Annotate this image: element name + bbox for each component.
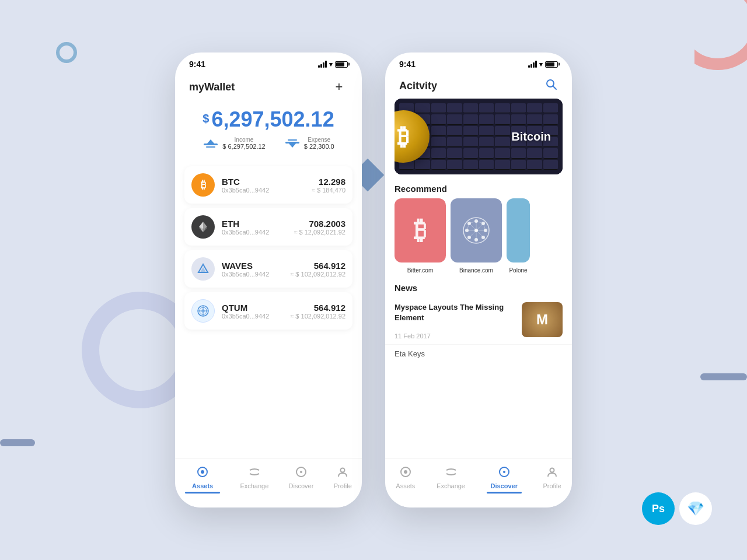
svg-marker-7 bbox=[203, 222, 207, 229]
expense-value: $ 22,300.0 bbox=[304, 143, 334, 150]
bitcoin-overlay: ₿ Bitcoin bbox=[395, 99, 563, 174]
qtum-values: 564.912 ≈ $ 102,092,012.92 bbox=[290, 303, 345, 320]
income-text: Income $ 6,297,502.12 bbox=[222, 136, 265, 150]
nav-discover-right[interactable]: Discover bbox=[482, 463, 526, 496]
svg-rect-5 bbox=[288, 139, 297, 141]
balance-number: 6,297,502.12 bbox=[211, 107, 334, 132]
income-label: Income bbox=[222, 136, 265, 143]
btc-values: 12.298 ≈ $ 184,470 bbox=[312, 177, 345, 194]
assets-icon-right bbox=[399, 466, 412, 481]
bitter-name: Bitter.com bbox=[407, 267, 433, 274]
bitcoin-banner[interactable]: ₿ Bitcoin bbox=[395, 99, 563, 174]
expense-text: Expense $ 22,300.0 bbox=[304, 136, 334, 150]
nav-assets-left[interactable]: Assets bbox=[180, 463, 225, 496]
news-title: News bbox=[385, 281, 572, 298]
recommend-polone[interactable]: Polone bbox=[507, 198, 530, 274]
eth-values: 708.2003 ≈ $ 12,092,021.92 bbox=[294, 219, 345, 236]
nav-assets-right[interactable]: Assets bbox=[391, 463, 420, 496]
dollar-sign: $ bbox=[203, 112, 209, 125]
phones-container: 9:41 ▾ myWallet + $ 6,297,50 bbox=[0, 0, 747, 560]
battery-icon bbox=[335, 61, 348, 68]
bitter-card: ₿ bbox=[395, 198, 446, 262]
battery-icon-right bbox=[545, 61, 558, 68]
bitcoin-text: Bitcoin bbox=[511, 130, 551, 144]
svg-point-20 bbox=[201, 470, 204, 474]
waves-info: WAVES 0x3b5ca0...9442 bbox=[222, 261, 290, 278]
exchange-label-right: Exchange bbox=[437, 482, 465, 489]
svg-point-22 bbox=[300, 471, 302, 473]
bitter-icon: ₿ bbox=[414, 216, 427, 245]
exchange-icon bbox=[248, 466, 261, 481]
nav-profile-left[interactable]: Profile bbox=[329, 463, 357, 496]
qtum-info: QTUM 0x3b5ca0...9442 bbox=[222, 303, 290, 320]
nav-exchange-right[interactable]: Exchange bbox=[432, 463, 470, 496]
status-time-right: 9:41 bbox=[399, 60, 416, 69]
discover-icon-right bbox=[498, 466, 511, 481]
binance-card bbox=[451, 198, 502, 262]
recommend-title: Recommend bbox=[385, 181, 572, 198]
balance-amount: $ 6,297,502.12 bbox=[175, 107, 362, 132]
eth-usd: ≈ $ 12,092,021.92 bbox=[294, 229, 345, 236]
news-headline-1: Myspace Layouts The Missing Element bbox=[395, 302, 515, 323]
btc-info: BTC 0x3b5ca0...9442 bbox=[222, 177, 312, 194]
signal-icon-right bbox=[528, 61, 537, 68]
waves-name: WAVES bbox=[222, 261, 290, 271]
signal-icon bbox=[318, 61, 327, 68]
nav-profile-right[interactable]: Profile bbox=[538, 463, 566, 496]
recommend-bitter[interactable]: ₿ Bitter.com bbox=[395, 198, 446, 274]
svg-point-45 bbox=[404, 470, 407, 474]
nav-discover-left[interactable]: Discover bbox=[284, 463, 319, 496]
exchange-icon-right bbox=[445, 466, 458, 481]
coin-item-btc[interactable]: ₿ BTC 0x3b5ca0...9442 12.298 ≈ $ 184,470 bbox=[184, 166, 352, 204]
nav-indicator-right bbox=[487, 492, 522, 494]
expense-label: Expense bbox=[304, 136, 334, 143]
waves-amount: 564.912 bbox=[290, 261, 345, 271]
add-button[interactable]: + bbox=[330, 78, 348, 96]
news-partial-text: Eta Keys bbox=[395, 349, 563, 358]
btc-usd: ≈ $ 184,470 bbox=[312, 187, 345, 194]
svg-point-47 bbox=[503, 471, 505, 473]
svg-rect-2 bbox=[206, 146, 215, 148]
news-item-2-partial: Eta Keys bbox=[385, 345, 572, 363]
svg-rect-0 bbox=[204, 144, 218, 145]
wallet-header: myWallet + bbox=[175, 71, 362, 100]
search-button[interactable] bbox=[545, 78, 558, 94]
btc-icon: ₿ bbox=[191, 173, 215, 197]
waves-icon bbox=[191, 257, 215, 281]
bottom-nav-right: Assets Exchange Discover bbox=[385, 458, 572, 508]
eth-amount: 708.2003 bbox=[294, 219, 345, 229]
btc-amount: 12.298 bbox=[312, 177, 345, 187]
qtum-usd: ≈ $ 102,092,012.92 bbox=[290, 313, 345, 320]
income-value: $ 6,297,502.12 bbox=[222, 143, 265, 150]
eth-icon bbox=[191, 215, 215, 239]
balance-stats: Income $ 6,297,502.12 bbox=[175, 132, 362, 155]
polone-name: Polone bbox=[509, 267, 527, 274]
assets-icon bbox=[196, 466, 209, 481]
qtum-amount: 564.912 bbox=[290, 303, 345, 313]
status-time-left: 9:41 bbox=[189, 60, 205, 69]
network-icon bbox=[461, 215, 491, 246]
coin-item-qtum[interactable]: QTUM 0x3b5ca0...9442 564.912 ≈ $ 102,092… bbox=[184, 292, 352, 330]
waves-values: 564.912 ≈ $ 102,092,012.92 bbox=[290, 261, 345, 278]
balance-section: $ 6,297,502.12 Income bbox=[175, 100, 362, 164]
discover-label: Discover bbox=[289, 482, 314, 489]
discover-phone: 9:41 ▾ Acitvity bbox=[385, 52, 572, 508]
discover-title: Acitvity bbox=[399, 80, 437, 92]
wallet-content: myWallet + $ 6,297,502.12 bbox=[175, 71, 362, 508]
wifi-icon-right: ▾ bbox=[539, 61, 543, 68]
status-bar-right: 9:41 ▾ bbox=[385, 52, 572, 71]
coin-item-eth[interactable]: ETH 0x3b5ca0...9442 708.2003 ≈ $ 12,092,… bbox=[184, 208, 352, 246]
income-icon bbox=[203, 138, 219, 149]
profile-icon-left bbox=[336, 466, 349, 481]
recommend-binance[interactable]: Binance.com bbox=[451, 198, 502, 274]
profile-label-left: Profile bbox=[334, 482, 352, 489]
profile-icon-right bbox=[546, 466, 558, 481]
nav-exchange-left[interactable]: Exchange bbox=[235, 463, 273, 496]
news-item-1[interactable]: Myspace Layouts The Missing Element 11 F… bbox=[385, 298, 572, 345]
news-date-1: 11 Feb 2017 bbox=[395, 332, 515, 340]
eth-name: ETH bbox=[222, 219, 294, 229]
waves-address: 0x3b5ca0...9442 bbox=[222, 271, 290, 278]
coin-item-waves[interactable]: WAVES 0x3b5ca0...9442 564.912 ≈ $ 102,09… bbox=[184, 250, 352, 288]
svg-marker-1 bbox=[207, 139, 214, 144]
assets-label-right: Assets bbox=[396, 482, 415, 489]
